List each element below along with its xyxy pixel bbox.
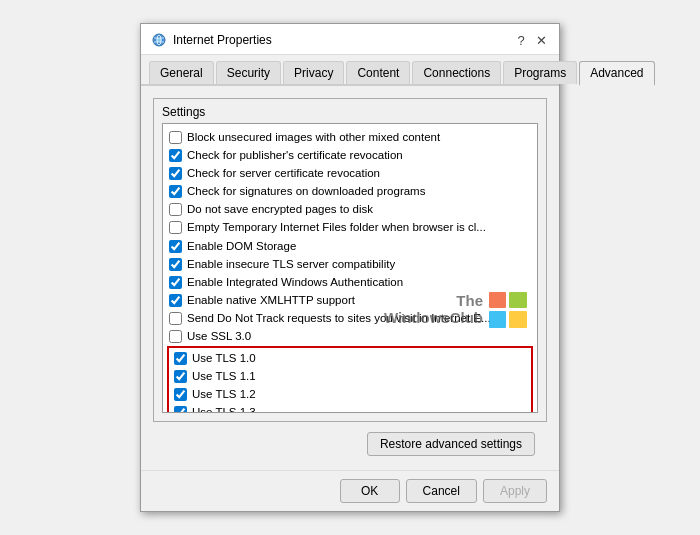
group-label: Settings (162, 105, 538, 119)
checkbox-dnt[interactable] (169, 312, 182, 325)
checkbox-integrated-auth[interactable] (169, 276, 182, 289)
tabs-bar: General Security Privacy Content Connect… (141, 55, 559, 86)
checkbox-no-save-encrypted[interactable] (169, 203, 182, 216)
dialog-title: Internet Properties (173, 33, 272, 47)
list-item: Enable Integrated Windows Authentication (165, 273, 535, 291)
dialog-icon (151, 32, 167, 48)
title-bar-controls: ? ✕ (513, 32, 549, 48)
setting-label: Enable native XMLHTTP support (187, 292, 355, 308)
checkbox-tls12[interactable] (174, 388, 187, 401)
checkbox-tls13[interactable] (174, 406, 187, 413)
setting-label: Use TLS 1.2 (192, 386, 256, 402)
list-item: Use TLS 1.0 (170, 349, 530, 367)
list-item: Check for signatures on downloaded progr… (165, 182, 535, 200)
setting-label: Check for signatures on downloaded progr… (187, 183, 425, 199)
list-item: Send Do Not Track requests to sites you … (165, 309, 535, 327)
list-item: Use TLS 1.2 (170, 385, 530, 403)
setting-label: Enable Integrated Windows Authentication (187, 274, 403, 290)
setting-label: Use SSL 3.0 (187, 328, 251, 344)
tab-content-area: Settings Block unsecured images with oth… (141, 86, 559, 466)
checkbox-tls10[interactable] (174, 352, 187, 365)
list-item: Enable native XMLHTTP support (165, 291, 535, 309)
apply-button[interactable]: Apply (483, 479, 547, 503)
close-button[interactable]: ✕ (533, 32, 549, 48)
cancel-button[interactable]: Cancel (406, 479, 477, 503)
setting-label: Enable insecure TLS server compatibility (187, 256, 395, 272)
checkbox-dom-storage[interactable] (169, 240, 182, 253)
checkbox-publisher-cert[interactable] (169, 149, 182, 162)
list-item: Use TLS 1.3 (170, 403, 530, 413)
checkbox-xmlhttp[interactable] (169, 294, 182, 307)
title-bar: Internet Properties ? ✕ (141, 24, 559, 55)
setting-label: Check for publisher's certificate revoca… (187, 147, 403, 163)
tab-advanced[interactable]: Advanced (579, 61, 654, 86)
tab-programs[interactable]: Programs (503, 61, 577, 84)
help-button[interactable]: ? (513, 32, 529, 48)
checkbox-empty-temp[interactable] (169, 221, 182, 234)
list-item: Check for server certificate revocation (165, 164, 535, 182)
tab-general[interactable]: General (149, 61, 214, 84)
list-item: Empty Temporary Internet Files folder wh… (165, 218, 535, 236)
list-item: Use SSL 3.0 (165, 327, 535, 345)
list-item: Enable DOM Storage (165, 237, 535, 255)
tab-privacy[interactable]: Privacy (283, 61, 344, 84)
checkbox-insecure-tls[interactable] (169, 258, 182, 271)
checkbox-ssl30[interactable] (169, 330, 182, 343)
setting-label: Send Do Not Track requests to sites you … (187, 310, 491, 326)
list-item: Block unsecured images with other mixed … (165, 128, 535, 146)
settings-scroll-area[interactable]: Block unsecured images with other mixed … (162, 123, 538, 413)
settings-group: Settings Block unsecured images with oth… (153, 98, 547, 422)
tab-security[interactable]: Security (216, 61, 281, 84)
setting-label: Use TLS 1.0 (192, 350, 256, 366)
setting-label: Use TLS 1.3 (192, 404, 256, 413)
tls-highlight-box: Use TLS 1.0 Use TLS 1.1 Use TLS 1.2 Use … (167, 346, 533, 413)
tab-connections[interactable]: Connections (412, 61, 501, 84)
title-bar-left: Internet Properties (151, 32, 272, 48)
setting-label: Empty Temporary Internet Files folder wh… (187, 219, 486, 235)
checkbox-tls11[interactable] (174, 370, 187, 383)
restore-button[interactable]: Restore advanced settings (367, 432, 535, 456)
setting-label: Do not save encrypted pages to disk (187, 201, 373, 217)
list-item: Enable insecure TLS server compatibility (165, 255, 535, 273)
list-item: Check for publisher's certificate revoca… (165, 146, 535, 164)
restore-area: Restore advanced settings (153, 428, 547, 456)
checkbox-signatures[interactable] (169, 185, 182, 198)
setting-label: Block unsecured images with other mixed … (187, 129, 440, 145)
list-item: Do not save encrypted pages to disk (165, 200, 535, 218)
internet-properties-dialog: Internet Properties ? ✕ General Security… (140, 23, 560, 512)
ok-button[interactable]: OK (340, 479, 400, 503)
list-item: Use TLS 1.1 (170, 367, 530, 385)
setting-label: Check for server certificate revocation (187, 165, 380, 181)
setting-label: Use TLS 1.1 (192, 368, 256, 384)
setting-label: Enable DOM Storage (187, 238, 296, 254)
dialog-footer: OK Cancel Apply (141, 470, 559, 511)
tab-content[interactable]: Content (346, 61, 410, 84)
checkbox-server-cert[interactable] (169, 167, 182, 180)
checkbox-block-unsecured[interactable] (169, 131, 182, 144)
